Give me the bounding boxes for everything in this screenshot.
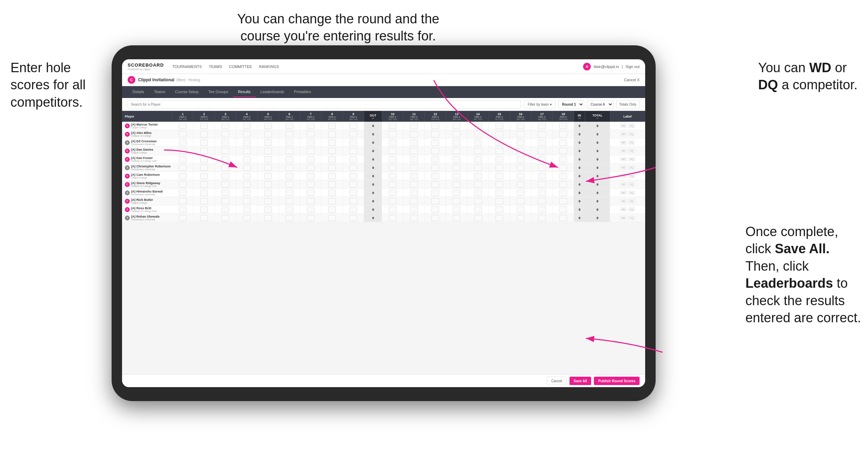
hole-13-cell[interactable] <box>446 180 467 189</box>
hole-2-input[interactable] <box>200 181 208 188</box>
hole-16-input[interactable] <box>517 156 524 163</box>
hole-4-cell[interactable] <box>236 164 257 172</box>
hole-10-cell[interactable] <box>382 122 403 130</box>
hole-3-input[interactable] <box>221 181 229 188</box>
hole-1-input[interactable] <box>179 140 187 146</box>
hole-17-cell[interactable] <box>531 172 552 180</box>
hole-4-input[interactable] <box>243 173 251 179</box>
hole-8-cell[interactable] <box>322 214 343 222</box>
hole-12-input[interactable] <box>431 148 439 154</box>
hole-14-input[interactable] <box>474 181 482 188</box>
hole-18-cell[interactable] <box>553 164 574 172</box>
hole-7-cell[interactable] <box>300 189 321 197</box>
hole-15-cell[interactable] <box>489 164 510 172</box>
nav-committee[interactable]: COMMITTEE <box>229 65 252 69</box>
hole-15-cell[interactable] <box>489 155 510 164</box>
hole-2-input[interactable] <box>200 165 208 171</box>
hole-2-input[interactable] <box>200 140 208 146</box>
hole-1-input[interactable] <box>179 215 187 221</box>
hole-12-cell[interactable] <box>425 164 446 172</box>
hole-3-input[interactable] <box>221 206 229 213</box>
hole-6-input[interactable] <box>286 206 293 213</box>
hole-8-input[interactable] <box>328 156 336 163</box>
tab-results[interactable]: Results <box>233 87 256 97</box>
hole-2-input[interactable] <box>200 190 208 196</box>
hole-10-input[interactable] <box>389 173 397 179</box>
hole-5-input[interactable] <box>264 156 272 163</box>
hole-16-cell[interactable] <box>510 130 531 138</box>
hole-10-input[interactable] <box>389 215 397 221</box>
hole-7-input[interactable] <box>307 131 315 137</box>
hole-18-cell[interactable] <box>553 155 574 164</box>
hole-10-cell[interactable] <box>382 138 403 147</box>
tab-details[interactable]: Details <box>128 87 149 97</box>
hole-3-cell[interactable] <box>215 147 236 155</box>
hole-9-cell[interactable] <box>343 164 364 172</box>
hole-14-input[interactable] <box>474 215 482 221</box>
hole-11-cell[interactable] <box>403 130 425 138</box>
hole-16-input[interactable] <box>517 148 524 154</box>
hole-18-cell[interactable] <box>553 214 574 222</box>
hole-8-input[interactable] <box>328 215 336 221</box>
hole-7-cell[interactable] <box>300 214 321 222</box>
hole-14-input[interactable] <box>474 156 482 163</box>
hole-3-cell[interactable] <box>215 205 236 214</box>
hole-12-input[interactable] <box>431 181 439 188</box>
wd-button[interactable]: WD <box>620 149 627 153</box>
hole-1-input[interactable] <box>179 165 187 171</box>
dq-button[interactable]: DQ <box>628 124 635 128</box>
hole-8-cell[interactable] <box>322 172 343 180</box>
hole-14-cell[interactable] <box>467 155 489 164</box>
hole-15-cell[interactable] <box>489 205 510 214</box>
hole-4-input[interactable] <box>243 156 251 163</box>
hole-11-cell[interactable] <box>403 155 425 164</box>
hole-14-cell[interactable] <box>467 122 489 130</box>
hole-18-input[interactable] <box>559 173 567 179</box>
hole-14-input[interactable] <box>474 123 482 129</box>
dq-button[interactable]: DQ <box>628 191 635 195</box>
hole-7-input[interactable] <box>307 181 315 188</box>
hole-2-cell[interactable] <box>194 180 215 189</box>
tab-teams[interactable]: Teams <box>149 87 170 97</box>
hole-3-input[interactable] <box>221 131 229 137</box>
hole-13-input[interactable] <box>453 215 460 221</box>
hole-12-cell[interactable] <box>425 155 446 164</box>
hole-7-cell[interactable] <box>300 180 321 189</box>
hole-17-input[interactable] <box>538 131 546 137</box>
hole-16-cell[interactable] <box>510 155 531 164</box>
hole-9-cell[interactable] <box>343 122 364 130</box>
dq-button[interactable]: DQ <box>628 174 635 178</box>
hole-9-cell[interactable] <box>343 197 364 205</box>
hole-6-input[interactable] <box>286 165 293 171</box>
hole-11-input[interactable] <box>410 123 418 129</box>
hole-1-cell[interactable] <box>172 197 194 205</box>
hole-4-input[interactable] <box>243 123 251 129</box>
hole-13-cell[interactable] <box>446 197 467 205</box>
dq-button[interactable]: DQ <box>628 141 635 144</box>
hole-15-input[interactable] <box>496 173 503 179</box>
hole-9-input[interactable] <box>349 215 357 221</box>
hole-10-input[interactable] <box>389 156 397 163</box>
hole-16-input[interactable] <box>517 165 524 171</box>
hole-2-input[interactable] <box>200 215 208 221</box>
hole-5-cell[interactable] <box>257 130 279 138</box>
hole-12-input[interactable] <box>431 140 439 146</box>
hole-12-input[interactable] <box>431 123 439 129</box>
hole-8-cell[interactable] <box>322 205 343 214</box>
totals-only-btn[interactable]: Totals Only <box>616 100 640 108</box>
hole-4-cell[interactable] <box>236 189 257 197</box>
hole-15-input[interactable] <box>496 215 503 221</box>
hole-1-cell[interactable] <box>172 205 194 214</box>
hole-11-input[interactable] <box>410 156 418 163</box>
hole-6-cell[interactable] <box>279 130 300 138</box>
hole-14-input[interactable] <box>474 198 482 204</box>
hole-18-cell[interactable] <box>553 172 574 180</box>
hole-4-cell[interactable] <box>236 122 257 130</box>
hole-1-cell[interactable] <box>172 214 194 222</box>
hole-10-input[interactable] <box>389 190 397 196</box>
hole-6-input[interactable] <box>286 190 293 196</box>
hole-5-cell[interactable] <box>257 147 279 155</box>
hole-17-input[interactable] <box>538 140 546 146</box>
hole-18-cell[interactable] <box>553 180 574 189</box>
dq-button[interactable]: DQ <box>628 216 635 220</box>
